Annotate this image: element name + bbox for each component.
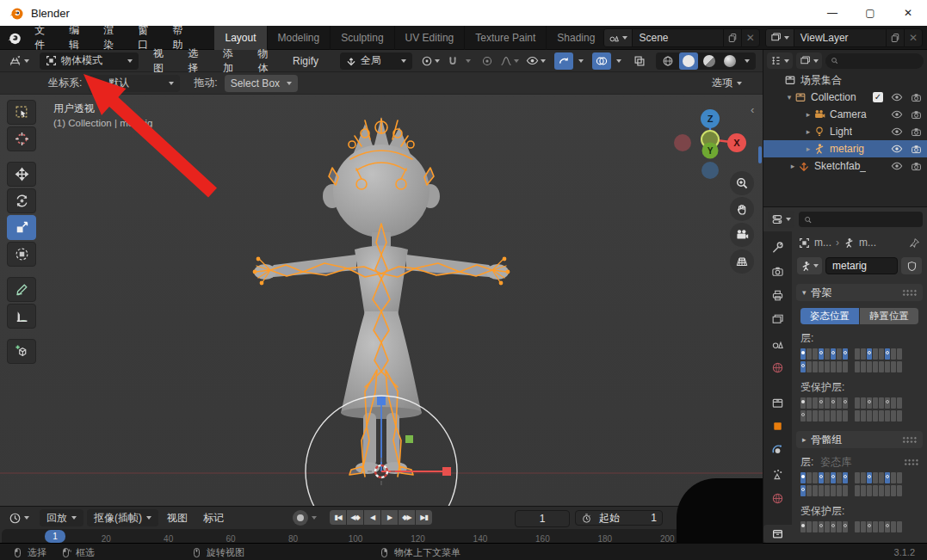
layer-toggle-5[interactable]: [831, 361, 836, 372]
outliner-search[interactable]: [825, 53, 924, 69]
layer-toggle-12[interactable]: [879, 348, 884, 360]
layer-toggle-14[interactable]: [891, 361, 896, 372]
breadcrumb-object[interactable]: m...: [814, 237, 831, 249]
minimize-button[interactable]: —: [813, 0, 851, 26]
layer-toggle-6[interactable]: [837, 397, 842, 409]
layer-toggle-6[interactable]: [837, 521, 842, 532]
transform-orientation-dropdown[interactable]: 全局: [340, 52, 412, 70]
tab-render[interactable]: [763, 262, 792, 280]
layer-toggle-8[interactable]: [855, 361, 860, 372]
layer-toggle-3[interactable]: [819, 348, 824, 360]
tool-annotate[interactable]: [7, 277, 36, 302]
outliner-row-collection[interactable]: ▾ Collection ✓: [763, 89, 927, 106]
layer-toggle-9[interactable]: [861, 410, 866, 422]
collection-checkbox[interactable]: ✓: [873, 92, 883, 102]
layer-toggle-11[interactable]: [873, 485, 878, 496]
layer-toggle-7[interactable]: [843, 410, 848, 422]
viewlayer-selector[interactable]: ViewLayer ✕: [765, 28, 923, 47]
overlays-settings-dropdown[interactable]: [613, 52, 625, 70]
scene-unlink-button[interactable]: ✕: [741, 29, 759, 46]
region-collapse-chevron[interactable]: ‹: [751, 103, 754, 116]
eye-icon[interactable]: [891, 160, 903, 172]
layer-toggle-4[interactable]: [825, 485, 830, 496]
layer-toggle-15[interactable]: [897, 397, 902, 409]
transport-button-4[interactable]: ◆▶: [399, 510, 415, 525]
shading-wireframe-button[interactable]: [658, 52, 677, 70]
tab-output[interactable]: [763, 286, 792, 305]
camera-toggle-icon[interactable]: [911, 126, 922, 138]
tab-world[interactable]: [763, 359, 792, 377]
scene-selector[interactable]: Scene ✕: [603, 28, 759, 47]
current-frame-field[interactable]: 1: [515, 510, 570, 527]
layer-toggle-15[interactable]: [897, 521, 902, 532]
panel-grip-icon[interactable]: [904, 458, 918, 466]
layer-toggle-7[interactable]: [843, 521, 848, 532]
layer-toggle-13[interactable]: [885, 348, 890, 360]
layer-toggle-0[interactable]: [800, 361, 806, 372]
viewport-menu-4[interactable]: Rigify: [293, 55, 318, 67]
layer-toggle-5[interactable]: [831, 348, 836, 360]
tab-tool[interactable]: [763, 238, 792, 256]
properties-search-input[interactable]: [816, 213, 918, 225]
layer-toggle-6[interactable]: [837, 485, 842, 496]
layer-toggle-6[interactable]: [837, 410, 842, 422]
snap-settings-dropdown[interactable]: [462, 52, 474, 70]
timeline-editor-type-button[interactable]: [5, 512, 33, 525]
camera-toggle-icon[interactable]: [911, 161, 922, 172]
layer-toggle-1[interactable]: [806, 410, 812, 422]
options-dropdown[interactable]: 选项: [712, 76, 742, 90]
outliner-search-input[interactable]: [842, 55, 918, 67]
proportional-editing-toggle[interactable]: [478, 52, 497, 70]
layer-toggle-1[interactable]: [806, 361, 812, 372]
layer-toggle-1[interactable]: [806, 472, 812, 483]
layer-toggle-15[interactable]: [897, 472, 902, 483]
layer-toggle-3[interactable]: [819, 410, 824, 422]
close-button[interactable]: ✕: [889, 0, 927, 26]
layer-toggle-0[interactable]: [800, 485, 806, 496]
layer-toggle-10[interactable]: [867, 472, 872, 483]
layer-toggle-15[interactable]: [897, 485, 902, 496]
layer-toggle-6[interactable]: [837, 348, 842, 360]
auto-keying-record-button[interactable]: [293, 510, 308, 526]
skeleton-panel-header[interactable]: ▾ 骨架: [796, 284, 923, 301]
layer-toggle-1[interactable]: [806, 348, 812, 360]
layer-toggle-1[interactable]: [806, 485, 812, 496]
layer-toggle-14[interactable]: [891, 521, 896, 532]
layer-toggle-13[interactable]: [885, 397, 890, 409]
pan-button[interactable]: [730, 197, 754, 221]
outliner-row-sketchfab[interactable]: ▸ Sketchfab_: [763, 157, 927, 175]
frame-start-field[interactable]: 起始 1: [575, 510, 663, 526]
layer-toggle-11[interactable]: [873, 361, 878, 372]
armature-browse-button[interactable]: [797, 257, 822, 274]
playhead[interactable]: 1: [45, 530, 65, 543]
layer-toggle-8[interactable]: [855, 348, 860, 360]
layer-toggle-10[interactable]: [867, 485, 872, 496]
armature-name-field[interactable]: [825, 257, 898, 274]
properties-search[interactable]: [799, 212, 923, 227]
timeline-ruler[interactable]: 20406080100120140160180200220 1: [2, 529, 761, 544]
tab-scene[interactable]: [763, 335, 792, 353]
tool-cursor[interactable]: [7, 126, 36, 151]
viewport-menu-3[interactable]: 物体: [258, 46, 277, 76]
layer-toggle-14[interactable]: [891, 485, 896, 496]
transport-button-1[interactable]: ◀◆: [347, 510, 363, 525]
pin-icon[interactable]: [909, 237, 920, 249]
layer-toggle-0[interactable]: [800, 472, 806, 483]
layer-toggle-10[interactable]: [867, 521, 872, 532]
workspace-tab-5[interactable]: Shading: [547, 26, 603, 50]
layer-toggle-3[interactable]: [819, 361, 824, 372]
pose-position-button[interactable]: 姿态位置: [800, 308, 859, 324]
layer-toggle-11[interactable]: [873, 521, 878, 532]
tab-physics[interactable]: [763, 441, 792, 459]
eye-icon[interactable]: [891, 126, 903, 138]
shading-solid-button[interactable]: [679, 52, 698, 70]
breadcrumb-data[interactable]: m...: [859, 237, 876, 249]
layer-toggle-2[interactable]: [813, 485, 818, 496]
layer-toggle-9[interactable]: [861, 348, 866, 360]
layer-toggle-3[interactable]: [819, 521, 824, 532]
shading-dropdown[interactable]: [741, 52, 753, 70]
tab-object-data[interactable]: [763, 525, 792, 543]
layer-toggle-12[interactable]: [879, 485, 884, 496]
tool-measure[interactable]: [7, 304, 36, 329]
transport-button-3[interactable]: ▶: [381, 510, 398, 525]
